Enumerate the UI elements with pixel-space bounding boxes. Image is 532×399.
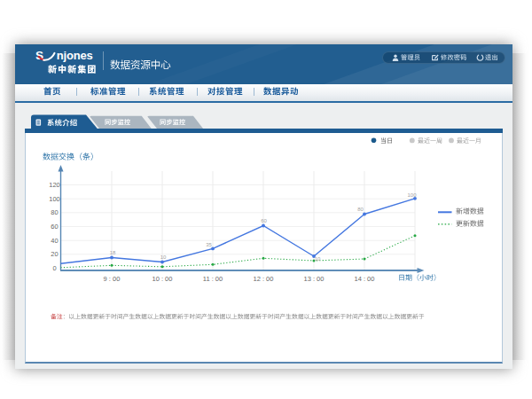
svg-text:12 : 00: 12 : 00 <box>254 275 274 283</box>
svg-text:18: 18 <box>110 250 116 255</box>
svg-text:20: 20 <box>51 250 58 258</box>
svg-text:14 : 00: 14 : 00 <box>355 275 375 283</box>
svg-text:10 : 00: 10 : 00 <box>153 275 173 283</box>
svg-text:11 : 00: 11 : 00 <box>203 275 223 283</box>
svg-text:13 : 00: 13 : 00 <box>304 275 325 283</box>
svg-text:80: 80 <box>51 208 58 216</box>
svg-text:10: 10 <box>315 256 321 262</box>
svg-text:60: 60 <box>51 223 58 231</box>
svg-text:35: 35 <box>206 242 212 247</box>
svg-text:9 : 00: 9 : 00 <box>104 275 121 283</box>
svg-text:60: 60 <box>261 218 267 223</box>
svg-text:100: 100 <box>49 195 60 203</box>
svg-text:10: 10 <box>160 254 167 260</box>
svg-text:0: 0 <box>52 264 56 272</box>
svg-text:40: 40 <box>51 237 58 245</box>
svg-text:80: 80 <box>357 207 364 212</box>
svg-text:120: 120 <box>49 181 60 189</box>
svg-text:100: 100 <box>407 192 417 198</box>
